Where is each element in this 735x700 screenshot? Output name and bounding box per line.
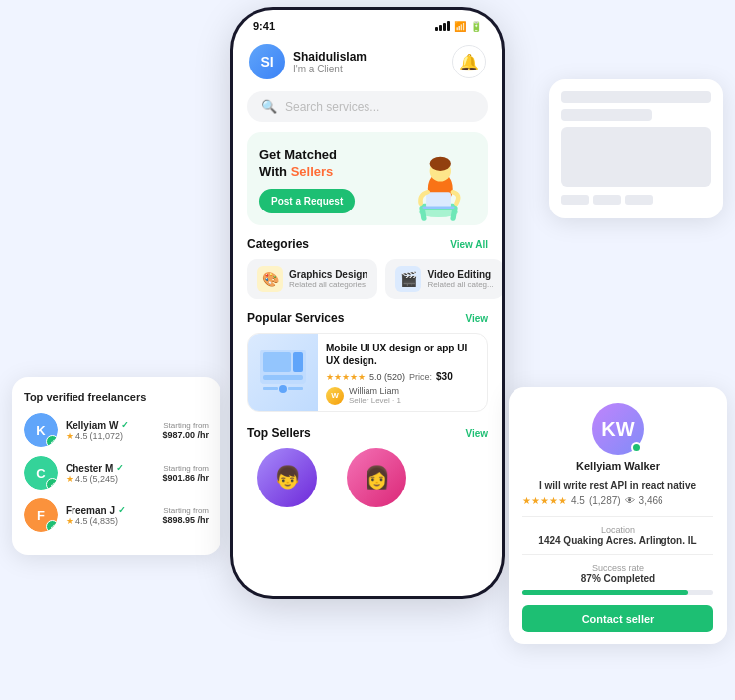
wireframe-dot	[593, 195, 621, 205]
service-info: Mobile UI UX design or app UI UX design.…	[318, 334, 487, 411]
freelancer-info: Chester M ✓ ★ 4.5 (5,245)	[66, 463, 154, 484]
service-card[interactable]: Mobile UI UX design or app UI UX design.…	[247, 333, 488, 412]
freelancer-rating: ★ 4.5 (4,835)	[66, 516, 154, 526]
status-time: 9:41	[253, 20, 275, 32]
top-sellers-header: Top Sellers View	[233, 422, 502, 448]
svg-rect-10	[263, 352, 291, 372]
seller-mini-level: Seller Level · 1	[349, 396, 401, 405]
top-sellers-title: Top Sellers	[247, 426, 311, 440]
wireframe-bar	[561, 91, 711, 103]
video-editing-icon: 🎬	[395, 266, 421, 292]
category-info: Video Editing Related all categ...	[427, 269, 493, 289]
seller-profile-card: KW Kellyiam Walker I will write rest API…	[509, 387, 727, 644]
banner-illustration	[401, 146, 476, 225]
online-indicator	[631, 442, 642, 453]
banner-card: Get Matched With Sellers Post a Request	[247, 132, 488, 225]
wireframe-dot	[625, 195, 653, 205]
svg-rect-11	[293, 352, 303, 372]
freelancer-price: Starting from $898.95 /hr	[162, 506, 209, 525]
user-avatar: SI	[249, 44, 285, 79]
popular-services-view-all[interactable]: View	[465, 313, 488, 324]
divider	[522, 554, 713, 555]
freelancer-avatar: F ✓	[24, 498, 58, 532]
freelancer-item[interactable]: F ✓ Freeman J ✓ ★ 4.5 (4,835) Starting f…	[24, 498, 209, 532]
category-sub: Related all categ...	[427, 280, 493, 289]
freelancer-name: Chester M ✓	[66, 463, 154, 474]
status-icons: 📶 🔋	[435, 21, 482, 32]
user-details: Shaidulislam I'm a Client	[293, 50, 367, 74]
search-icon: 🔍	[261, 99, 277, 114]
seller-location: 1424 Quaking Acres. Arlington. IL	[522, 535, 713, 546]
categories-view-all[interactable]: View All	[450, 239, 488, 250]
wireframe-card	[549, 79, 723, 218]
check-icon: ✓	[118, 505, 126, 515]
service-stars: ★★★★★	[326, 372, 366, 382]
search-bar[interactable]: 🔍 Search services...	[247, 91, 488, 122]
divider	[522, 516, 713, 517]
service-seller: W William Liam Seller Level · 1	[326, 386, 479, 405]
seller-card[interactable]: 👩	[337, 448, 416, 511]
seller-avatar-wrap: KW Kellyiam Walker	[522, 403, 713, 472]
service-title: Mobile UI UX design or app UI UX design.	[326, 342, 479, 367]
wifi-icon: 📶	[454, 21, 466, 32]
category-info: Graphics Design Related all categories	[289, 269, 368, 289]
freelancer-item[interactable]: K ✓ Kellyiam W ✓ ★ 4.5 (11,072) Starting…	[24, 413, 209, 447]
freelancer-rating: ★ 4.5 (11,072)	[66, 431, 154, 441]
freelancer-info: Freeman J ✓ ★ 4.5 (4,835)	[66, 505, 154, 526]
banner-figure	[401, 146, 476, 225]
svg-rect-7	[426, 192, 451, 208]
freelancer-rating: ★ 4.5 (5,245)	[66, 474, 154, 484]
freelancers-card: Top verified freelancers K ✓ Kellyiam W …	[12, 377, 220, 555]
notification-button[interactable]: 🔔	[452, 45, 486, 78]
service-thumb-illustration	[258, 348, 308, 397]
svg-rect-15	[288, 387, 303, 390]
category-label: Video Editing	[427, 269, 493, 280]
post-request-button[interactable]: Post a Request	[259, 189, 355, 213]
phone-content: SI Shaidulislam I'm a Client 🔔 🔍 Search …	[233, 36, 502, 596]
verified-badge: ✓	[46, 435, 58, 447]
freelancer-item[interactable]: C ✓ Chester M ✓ ★ 4.5 (5,245) Starting f…	[24, 456, 209, 490]
banner-text: Get Matched With Sellers Post a Request	[259, 147, 401, 225]
banner-highlight: Sellers	[291, 164, 334, 179]
svg-rect-12	[263, 375, 303, 380]
battery-icon: 🔋	[470, 21, 482, 32]
status-bar: 9:41 📶 🔋	[233, 10, 502, 36]
seller-mini-info: William Liam Seller Level · 1	[349, 386, 401, 405]
svg-point-13	[279, 385, 287, 393]
wireframe-bar	[561, 109, 652, 121]
svg-rect-8	[423, 206, 455, 209]
search-placeholder: Search services...	[285, 100, 379, 114]
wireframe-dots	[561, 195, 711, 205]
check-icon: ✓	[121, 420, 129, 430]
freelancer-price: Starting from $901.86 /hr	[162, 464, 209, 483]
category-graphics-design[interactable]: 🎨 Graphics Design Related all categories	[247, 259, 377, 299]
seller-mini-avatar: W	[326, 387, 344, 405]
user-role: I'm a Client	[293, 64, 367, 74]
freelancer-name: Freeman J ✓	[66, 505, 154, 516]
seller-card[interactable]: 👦	[247, 448, 327, 511]
freelancer-price: Starting from $987.00 /hr	[162, 421, 209, 440]
seller-tagline: I will write rest API in react native	[522, 480, 713, 490]
top-sellers-view-all[interactable]: View	[465, 428, 488, 439]
service-rating: 5.0 (520)	[369, 372, 405, 382]
service-meta: ★★★★★ 5.0 (520) Price: $30	[326, 371, 479, 382]
sellers-row: 👦 👩	[233, 448, 502, 511]
signal-bar	[447, 21, 450, 31]
user-info: SI Shaidulislam I'm a Client	[249, 44, 367, 79]
seller-rating-row: ★★★★★ 4.5 (1,287) 👁 3,466	[522, 495, 713, 506]
check-icon: ✓	[116, 463, 124, 473]
app-header: SI Shaidulislam I'm a Client 🔔	[233, 36, 502, 85]
seller-mini-name: William Liam	[349, 386, 401, 396]
stars-icon: ★★★★★	[522, 495, 567, 506]
contact-seller-button[interactable]: Contact seller	[522, 605, 713, 632]
seller-card-avatar: 👩	[347, 448, 406, 507]
banner-title: Get Matched With Sellers	[259, 147, 401, 181]
star-icon: ★	[66, 516, 74, 526]
verified-badge: ✓	[46, 520, 58, 532]
category-label: Graphics Design	[289, 269, 368, 280]
wireframe-dot	[561, 195, 589, 205]
service-thumbnail	[248, 334, 318, 411]
freelancer-info: Kellyiam W ✓ ★ 4.5 (11,072)	[66, 420, 154, 441]
freelancer-avatar: C ✓	[24, 456, 58, 490]
category-video-editing[interactable]: 🎬 Video Editing Related all categ...	[385, 259, 502, 299]
